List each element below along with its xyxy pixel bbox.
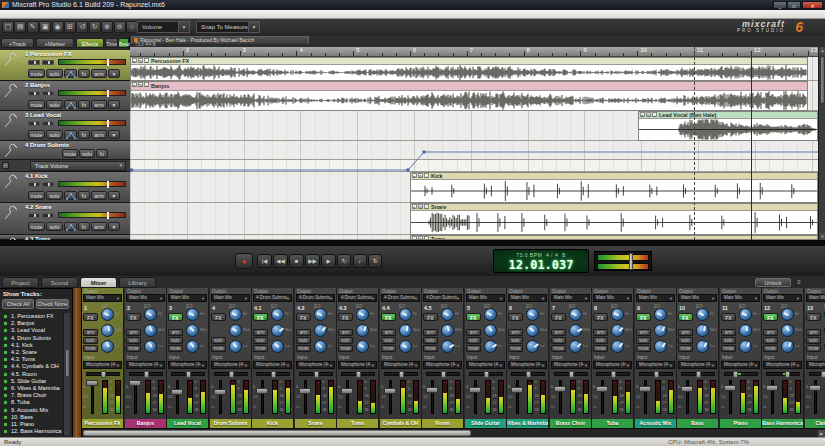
- track-options-button[interactable]: ▾: [108, 69, 120, 78]
- solo-button[interactable]: solo: [508, 337, 523, 344]
- strip-name-label[interactable]: Lead Vocal: [167, 419, 209, 428]
- solo-button[interactable]: solo: [551, 337, 566, 344]
- track-options-button[interactable]: ▾: [108, 100, 120, 109]
- eq-mid-knob[interactable]: [739, 324, 752, 337]
- clip-add-icon[interactable]: +: [652, 112, 657, 117]
- check-none-button[interactable]: Check None: [36, 299, 69, 309]
- clip-collapse-icon[interactable]: ▸: [640, 112, 645, 117]
- arm-button[interactable]: arm: [763, 329, 778, 336]
- track-options-button[interactable]: ▾: [108, 222, 120, 231]
- pan-slider[interactable]: [299, 372, 333, 376]
- input-dropdown[interactable]: Microphone (4-▼: [126, 361, 165, 369]
- pan-slider[interactable]: [171, 372, 205, 376]
- pan-slider[interactable]: [766, 372, 800, 376]
- track-checkbox[interactable]: [3, 386, 8, 391]
- mixer-scrollbar-thumb[interactable]: [83, 430, 471, 436]
- input-dropdown[interactable]: Microphone (4-▼: [466, 361, 505, 369]
- metronome-button[interactable]: ♪: [353, 254, 367, 268]
- fader-handle[interactable]: [639, 386, 651, 392]
- input-dropdown[interactable]: Microphone (4-▼: [338, 361, 377, 369]
- clip-loop-icon[interactable]: ↻: [646, 112, 651, 117]
- grid-icon[interactable]: ⊞: [64, 21, 76, 33]
- eq-hi-knob[interactable]: [611, 308, 624, 321]
- tab-library[interactable]: Library: [119, 277, 156, 288]
- mute-button[interactable]: mute: [28, 100, 45, 109]
- pan-slider[interactable]: [129, 372, 163, 376]
- timeline-scrollbar-thumb[interactable]: [820, 56, 825, 104]
- list-item[interactable]: 4.4. Cymbals & OH: [0, 363, 62, 370]
- pan-slider[interactable]: [28, 121, 40, 126]
- mixer-scrollbar[interactable]: ▶: [82, 428, 825, 437]
- eq-lo-knob[interactable]: [739, 340, 752, 353]
- mute-button[interactable]: mute: [28, 130, 45, 139]
- mixer-strip-4.1[interactable]: Output:4:Drum Submix▼4.1EQFXarmsolomuteH…: [252, 288, 294, 419]
- mute-button[interactable]: mute: [678, 345, 693, 352]
- track-checkbox[interactable]: [3, 422, 8, 427]
- fx-button[interactable]: FX: [381, 313, 396, 321]
- volume-slider[interactable]: [58, 120, 126, 126]
- loop-button[interactable]: ↻: [337, 254, 351, 268]
- fader-handle[interactable]: [809, 385, 821, 391]
- input-dropdown[interactable]: Microphone (4-▼: [721, 361, 760, 369]
- strip-name-label[interactable]: Drum Submix: [210, 419, 252, 428]
- track-header-4[interactable]: 4 Drum Submixmutesolofx: [0, 141, 130, 160]
- beats-mode-button[interactable]: Beats: [118, 38, 129, 48]
- list-item[interactable]: 9. Acoustic Mix: [0, 407, 62, 414]
- mute-button[interactable]: mute: [636, 345, 651, 352]
- arm-button[interactable]: arm: [91, 100, 107, 109]
- track-options-button[interactable]: ▾: [108, 130, 120, 139]
- strip-name-label[interactable]: Bass: [677, 419, 719, 428]
- solo-button[interactable]: solo: [253, 337, 268, 344]
- redo-icon[interactable]: ↻: [89, 21, 101, 33]
- automation-icon[interactable]: [64, 222, 77, 231]
- solo-button[interactable]: solo: [83, 337, 98, 344]
- snap-mode-dropdown[interactable]: Snap To Measure ▼: [196, 21, 260, 33]
- eq-mid-knob[interactable]: [484, 324, 497, 337]
- maximize-button[interactable]: □: [787, 1, 801, 9]
- timeline-lane-4[interactable]: [130, 141, 818, 160]
- mute-button[interactable]: mute: [253, 345, 268, 352]
- solo-button[interactable]: solo: [721, 337, 736, 344]
- pan-slider[interactable]: [681, 372, 715, 376]
- track-checkbox[interactable]: [3, 328, 8, 333]
- mute-button[interactable]: mute: [211, 345, 226, 352]
- output-dropdown[interactable]: Main Mix▼: [763, 294, 802, 302]
- solo-button[interactable]: solo: [763, 337, 778, 344]
- save-icon[interactable]: ▣: [39, 21, 51, 33]
- audio-clip[interactable]: ▸↻+Snare: [410, 203, 818, 235]
- fx-button[interactable]: fx: [78, 222, 90, 231]
- input-dropdown[interactable]: Microphone (4-▼: [763, 361, 802, 369]
- arm-button[interactable]: arm: [91, 130, 107, 139]
- strip-name-label[interactable]: Percussion FX: [82, 419, 124, 428]
- eq-hi-knob[interactable]: [781, 308, 794, 321]
- pan-slider[interactable]: [511, 372, 545, 376]
- eq-mid-knob[interactable]: [356, 324, 369, 337]
- output-dropdown[interactable]: Main Mix▼: [126, 294, 165, 302]
- arm-button[interactable]: arm: [168, 329, 183, 336]
- audio-clip[interactable]: ▸↻+Lead Vocal (Ben Hale): [638, 111, 818, 141]
- fx-button[interactable]: fx: [78, 191, 90, 200]
- arm-button[interactable]: arm: [296, 329, 311, 336]
- eq-hi-knob[interactable]: [314, 308, 327, 321]
- track-list-scrollbar[interactable]: [63, 313, 70, 435]
- clip-add-icon[interactable]: +: [424, 204, 429, 209]
- pan-slider[interactable]: [214, 372, 248, 376]
- mute-button[interactable]: mute: [83, 345, 98, 352]
- list-item[interactable]: 7. Brass Choir: [0, 392, 62, 399]
- tab-sound[interactable]: Sound: [41, 277, 78, 288]
- volume-slider[interactable]: [58, 90, 126, 96]
- automation-icon[interactable]: [64, 130, 77, 139]
- mixer-strip-6[interactable]: Output:Main Mix▼6EQFXarmsolomuteHiMidLoI…: [507, 288, 549, 419]
- fx-button[interactable]: FX: [466, 313, 481, 321]
- solo-button[interactable]: solo: [806, 337, 821, 344]
- mute-button[interactable]: mute: [296, 345, 311, 352]
- volume-slider[interactable]: [58, 59, 126, 65]
- list-item[interactable]: 8. Tuba: [0, 399, 62, 406]
- list-item[interactable]: 4.3. Toms: [0, 356, 62, 363]
- pan-slider[interactable]: [809, 372, 825, 376]
- track-checkbox[interactable]: [3, 400, 8, 405]
- input-dropdown[interactable]: Microphone (4-▼: [211, 361, 250, 369]
- mute-button[interactable]: mute: [28, 69, 45, 78]
- arm-button[interactable]: arm: [423, 329, 438, 336]
- fast-forward-button[interactable]: ▶▶: [305, 254, 320, 268]
